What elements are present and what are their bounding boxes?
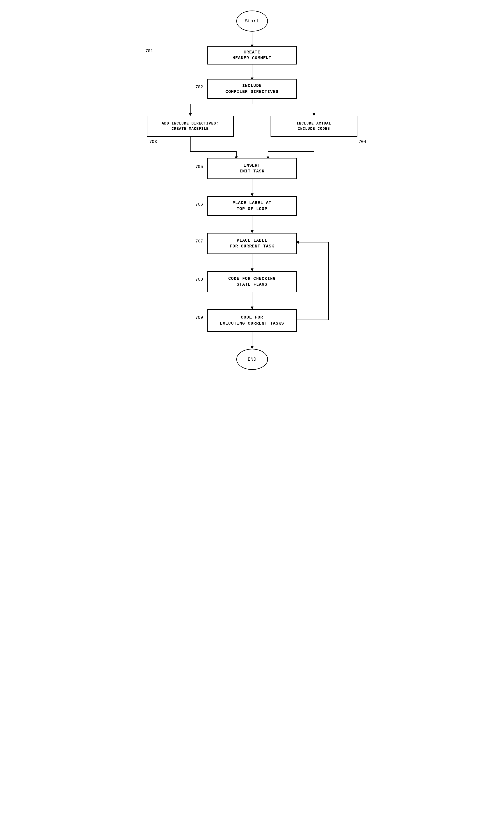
node-705: INSERT INIT TASK: [208, 158, 297, 179]
label-704: 704: [359, 140, 366, 144]
node-708: CODE FOR CHECKING STATE FLAGS: [208, 271, 297, 292]
label-706: 706: [196, 202, 203, 207]
label-707: 707: [196, 239, 203, 244]
svg-marker-7: [189, 113, 192, 116]
node-709: CODE FOR EXECUTING CURRENT TASKS: [208, 309, 297, 332]
svg-marker-29: [251, 346, 253, 349]
node-706: PLACE LABEL AT TOP OF LOOP: [208, 196, 297, 216]
node-703: ADD INCLUDE DIRECTIVES; CREATE MAKEFILE: [147, 116, 234, 137]
flowchart-container: Start 701 CREATE HEADER COMMENT INCLUDE …: [134, 5, 371, 821]
svg-marker-25: [251, 268, 253, 271]
svg-marker-23: [251, 230, 253, 233]
label-709: 709: [196, 315, 203, 320]
node-707: PLACE LABEL FOR CURRENT TASK: [208, 233, 297, 254]
label-708: 708: [196, 277, 203, 282]
label-703: 703: [149, 140, 157, 144]
label-705: 705: [196, 164, 203, 169]
end-node: END: [236, 349, 268, 370]
node-702: INCLUDE COMPILER DIRECTIVES: [208, 79, 297, 99]
label-701: 701: [146, 49, 153, 53]
label-702: 702: [196, 85, 203, 89]
node-701: CREATE HEADER COMMENT: [208, 46, 297, 65]
node-704: INCLUDE ACTUAL INCLUDE CODES: [271, 116, 357, 137]
svg-marker-27: [251, 307, 253, 309]
svg-marker-11: [313, 113, 315, 116]
start-node: Start: [236, 11, 268, 32]
svg-marker-21: [251, 194, 253, 196]
